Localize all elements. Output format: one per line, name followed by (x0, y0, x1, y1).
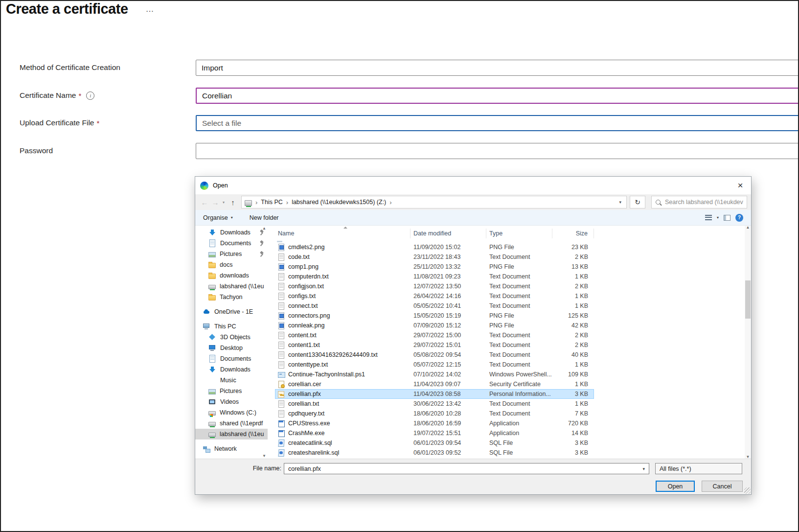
sidebar-item-pictures[interactable]: Pictures (195, 249, 268, 259)
sidebar-item-desktop[interactable]: Desktop (195, 343, 268, 353)
password-input[interactable] (196, 143, 799, 159)
file-row-corellian-cer[interactable]: corellian.cer11/04/2023 09:07Security Ce… (275, 379, 594, 389)
refresh-icon[interactable]: ↻ (630, 196, 645, 208)
sidebar-item-downloads[interactable]: Downloads (195, 227, 268, 238)
date-modified-cell: 05/07/2022 12:15 (411, 361, 486, 368)
breadcrumb-segment-labshared-1eukdevwks1505-z[interactable]: labshared (\\1eukdevwks1505) (Z:) (292, 199, 386, 206)
column-header-date-modified[interactable]: Date modified (411, 229, 486, 238)
file-name-value: corellian.pfx (288, 465, 321, 472)
history-dropdown-icon[interactable]: ▾ (221, 200, 227, 205)
method-of-certificate-creation-input[interactable]: Import (196, 60, 799, 76)
sidebar-item-videos[interactable]: Videos (195, 396, 268, 407)
file-row-content-txt[interactable]: content.txt29/07/2022 15:00Text Document… (275, 330, 594, 340)
sidebar-item-documents[interactable]: Documents (195, 353, 268, 364)
sidebar-item-label: This PC (214, 323, 236, 330)
file-type-select[interactable]: All files (*.*) (655, 463, 742, 474)
sidebar-scroll-down-icon[interactable]: ▼ (262, 454, 266, 458)
cancel-button[interactable]: Cancel (702, 481, 743, 492)
context-menu-ellipsis[interactable]: … (146, 4, 155, 14)
up-icon[interactable]: ↑ (227, 198, 239, 207)
list-scroll-thumb[interactable] (745, 280, 751, 319)
address-dropdown-icon[interactable]: ▾ (617, 200, 623, 205)
resize-grip[interactable] (744, 487, 751, 494)
file-row-content1-txt[interactable]: content1.txt29/07/2022 15:01Text Documen… (275, 340, 594, 350)
sidebar-item-pictures[interactable]: Pictures (195, 386, 268, 396)
dialog-footer: File name: corellian.pfx ▾ All files (*.… (195, 459, 751, 494)
search-input[interactable]: Search labshared (\\1eukdev (651, 196, 747, 208)
certificate-name-input[interactable]: Corellian (196, 88, 799, 104)
upload-certificate-file-input[interactable]: Select a file (196, 115, 799, 131)
sidebar-item-3d-objects[interactable]: 3D Objects (195, 332, 268, 343)
file-row-corellian-pfx[interactable]: corellian.pfx11/04/2023 08:58Personal In… (275, 389, 594, 399)
file-row-crashme-exe[interactable]: CrashMe.exe19/07/2022 15:51Application14… (275, 428, 594, 438)
close-icon[interactable]: × (730, 177, 751, 194)
windrive-icon (208, 411, 216, 416)
date-modified-cell: 29/07/2022 15:01 (411, 342, 486, 348)
sidebar-item-music[interactable]: Music (195, 375, 268, 386)
sidebar-item-downloads[interactable]: Downloads (195, 364, 268, 375)
sidebar-item-docs[interactable]: docs (195, 259, 268, 270)
file-row-configs-txt[interactable]: configs.txt26/04/2022 14:16Text Document… (275, 291, 594, 301)
file-type-value: All files (*.*) (660, 465, 691, 472)
sidebar-scroll-up-icon[interactable]: ▲ (262, 227, 266, 231)
sidebar-item-windows-c[interactable]: Windows (C:) (195, 407, 268, 418)
view-mode-caret-icon[interactable]: ▾ (717, 215, 719, 220)
new-folder-button[interactable]: New folder (250, 214, 279, 221)
file-row-cpdhquery-txt[interactable]: cpdhquery.txt18/06/2020 10:28Text Docume… (275, 409, 594, 418)
size-cell: 42 KB (552, 322, 594, 329)
back-icon[interactable]: ← (199, 198, 210, 207)
sidebar-item-network[interactable]: Network (195, 443, 268, 454)
file-row-configjson-txt[interactable]: configjson.txt12/07/2022 13:50Text Docum… (275, 281, 594, 291)
file-row-continue-tachyoninstall-ps1[interactable]: Continue-TachyonInstall.ps107/10/2022 14… (275, 370, 594, 379)
file-row-comp1-png[interactable]: comp1.png25/11/2020 13:32PNG File13 KB (275, 262, 594, 272)
file-row-connectors-png[interactable]: connectors.png15/05/2020 15:19PNG File12… (275, 311, 594, 321)
sidebar-item-labshared-1eu[interactable]: labshared (\\1eu (195, 429, 268, 439)
open-button[interactable]: Open (656, 481, 695, 492)
sidebar-item-labshared-1eu[interactable]: labshared (\\1eu (195, 281, 268, 292)
file-name-cell: configs.txt (275, 293, 411, 300)
type-cell: PNG File (486, 244, 552, 251)
file-name-input[interactable]: corellian.pfx ▾ (284, 463, 649, 474)
file-row-corellian-txt[interactable]: corellian.txt30/06/2022 13:42Text Docume… (275, 399, 594, 409)
file-row-createcatlink-sql[interactable]: createcatlink.sql06/01/2023 09:54SQL Fil… (275, 438, 594, 448)
size-cell: 1 KB (552, 381, 594, 388)
file-row-connect-txt[interactable]: connect.txt05/05/2022 10:41Text Document… (275, 301, 594, 311)
sql-file-icon (278, 439, 285, 447)
sidebar-item-this-pc[interactable]: This PC (195, 321, 268, 332)
file-row-cpustress-exe[interactable]: CPUStress.exe18/06/2020 16:59Application… (275, 418, 594, 428)
sidebar-item-shared-1eprdf[interactable]: shared (\\1eprdf (195, 418, 268, 429)
sidebar-item-documents[interactable]: Documents (195, 238, 268, 249)
file-row-createsharelink-sql[interactable]: createsharelink.sql06/01/2023 09:52SQL F… (275, 448, 594, 458)
breadcrumb-separator-icon: › (386, 199, 395, 206)
forward-icon[interactable]: → (210, 198, 221, 207)
file-name-cell: content133041632926244409.txt (275, 351, 411, 359)
file-row-connleak-png[interactable]: connleak.png07/09/2020 15:12PNG File42 K… (275, 321, 594, 330)
file-row-content133041632926244409-txt[interactable]: content133041632926244409.txt05/08/2022 … (275, 350, 594, 360)
breadcrumb[interactable]: ›This PC›labshared (\\1eukdevwks1505) (Z… (241, 196, 627, 208)
help-icon[interactable]: ? (735, 214, 743, 222)
dialog-title: Open (213, 182, 228, 189)
sidebar-scrollbar[interactable]: ▲ ▼ (261, 226, 268, 459)
view-mode-icon[interactable] (705, 215, 712, 220)
date-modified-cell: 07/10/2022 14:02 (411, 371, 486, 378)
type-cell: PNG File (486, 263, 552, 270)
sidebar-item-downloads[interactable]: downloads (195, 270, 268, 281)
file-row-code-txt[interactable]: code.txt23/11/2022 18:43Text Document2 K… (275, 252, 594, 262)
column-header-type[interactable]: Type (486, 229, 552, 238)
list-scrollbar[interactable]: ▲ ▼ (745, 226, 751, 459)
sidebar-item-onedrive-1e[interactable]: OneDrive - 1E (195, 306, 268, 317)
breadcrumb-segment-this-pc[interactable]: This PC (261, 199, 282, 206)
list-scroll-up-icon[interactable]: ▲ (746, 226, 750, 230)
file-name-caret-icon[interactable]: ▾ (642, 466, 645, 471)
sidebar-item-label: Downloads (220, 229, 251, 236)
organise-menu[interactable]: Organise ▾ (203, 214, 233, 221)
file-row-cmdlets2-png[interactable]: cmdlets2.png11/09/2020 15:02PNG File23 K… (275, 242, 594, 252)
file-name-text: cmdlets2.png (288, 244, 324, 251)
file-row-contenttype-txt[interactable]: contenttype.txt05/07/2022 12:15Text Docu… (275, 360, 594, 370)
png-file-icon (278, 312, 285, 320)
column-header-name[interactable]: Name (275, 229, 411, 238)
file-row-computerdn-txt[interactable]: computerdn.txt11/08/2021 09:23Text Docum… (275, 272, 594, 281)
preview-pane-icon[interactable] (724, 215, 731, 221)
column-header-size[interactable]: Size (552, 229, 594, 238)
sidebar-item-tachyon[interactable]: Tachyon (195, 292, 268, 302)
